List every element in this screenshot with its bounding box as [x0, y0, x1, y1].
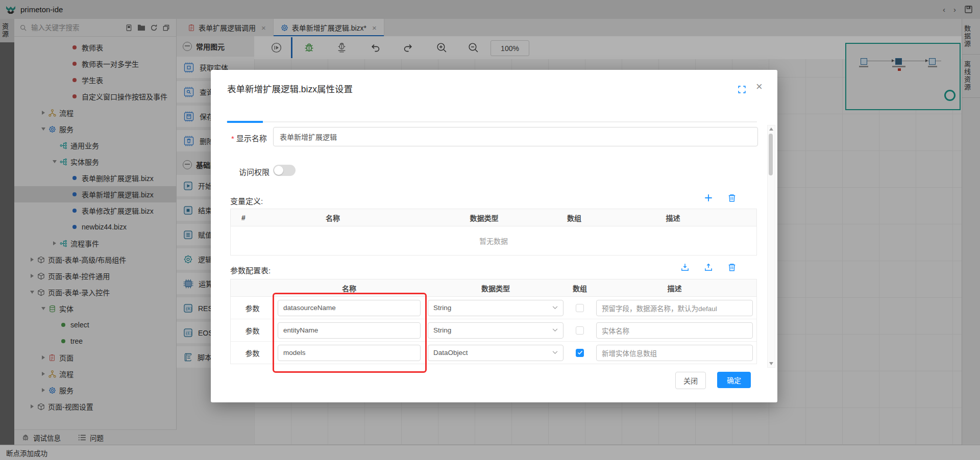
variables-table: #名称数据类型数组描述 暂无数据 — [230, 209, 757, 255]
params-column-header: 数据类型 — [424, 279, 567, 296]
param-type-select[interactable]: String — [428, 322, 564, 339]
chevron-down-icon — [552, 328, 558, 332]
variables-column-header: 名称 — [256, 209, 409, 226]
param-type-value: String — [433, 304, 451, 312]
scroll-up-icon[interactable] — [769, 127, 773, 131]
params-column-header: 数组 — [567, 279, 593, 296]
close-icon[interactable]: × — [756, 81, 763, 92]
dialog-scrollbar[interactable] — [767, 125, 775, 368]
access-permission-label: 访问权限 — [239, 166, 270, 177]
params-column-header: 描述 — [593, 279, 756, 296]
display-name-field[interactable]: 表单新增扩展逻辑 — [273, 127, 758, 146]
variables-column-header: 数据类型 — [409, 209, 559, 226]
param-type-select[interactable]: DataObject — [428, 345, 564, 361]
dialog-tab-indicator — [226, 121, 757, 122]
import-params-icon[interactable] — [680, 263, 690, 272]
param-type-value: String — [433, 326, 451, 334]
param-kind-label: 参数 — [246, 348, 260, 358]
annotation-highlight-box — [273, 293, 427, 373]
close-button[interactable]: 关闭 — [675, 372, 706, 389]
confirm-button[interactable]: 确定 — [717, 372, 751, 388]
array-checkbox-checked[interactable] — [576, 349, 584, 357]
scroll-down-icon[interactable] — [769, 362, 773, 365]
param-desc-field[interactable]: 新增实体信息数组 — [596, 345, 753, 361]
variables-column-header: 数组 — [559, 209, 590, 226]
param-kind-label: 参数 — [246, 303, 260, 313]
chevron-down-icon — [552, 306, 558, 310]
variables-column-header: 描述 — [590, 209, 756, 226]
add-variable-icon[interactable] — [704, 193, 713, 202]
array-checkbox[interactable] — [576, 304, 584, 312]
access-toggle[interactable] — [273, 165, 296, 176]
variables-column-header: # — [231, 209, 256, 226]
param-kind-label: 参数 — [246, 325, 260, 336]
fullscreen-icon[interactable] — [738, 85, 746, 94]
display-name-label: *显示名称 — [231, 133, 267, 143]
properties-dialog: 表单新增扩展逻辑.bizx属性设置 × *显示名称 表单新增扩展逻辑 访问权限 … — [211, 70, 777, 402]
delete-variable-icon[interactable] — [727, 193, 737, 202]
params-toolbar — [211, 263, 757, 275]
variables-empty-text: 暂无数据 — [231, 226, 756, 255]
chevron-down-icon — [552, 351, 558, 354]
variables-toolbar — [211, 193, 757, 206]
required-mark: * — [231, 134, 234, 143]
params-column-header — [231, 279, 274, 296]
scrollbar-thumb[interactable] — [769, 134, 773, 175]
dialog-title: 表单新增扩展逻辑.bizx属性设置 — [227, 82, 353, 95]
app-window: primeton-ide ‹ › 资源 — [0, 0, 980, 460]
param-desc-field[interactable]: 实体名称 — [596, 322, 753, 339]
export-params-icon[interactable] — [704, 263, 713, 272]
param-type-select[interactable]: String — [428, 300, 564, 316]
param-desc-field[interactable]: 预留字段，数据源名称，默认为defaul — [596, 300, 753, 316]
delete-param-icon[interactable] — [727, 263, 737, 272]
array-checkbox[interactable] — [576, 326, 584, 335]
param-type-value: DataObject — [433, 349, 468, 356]
